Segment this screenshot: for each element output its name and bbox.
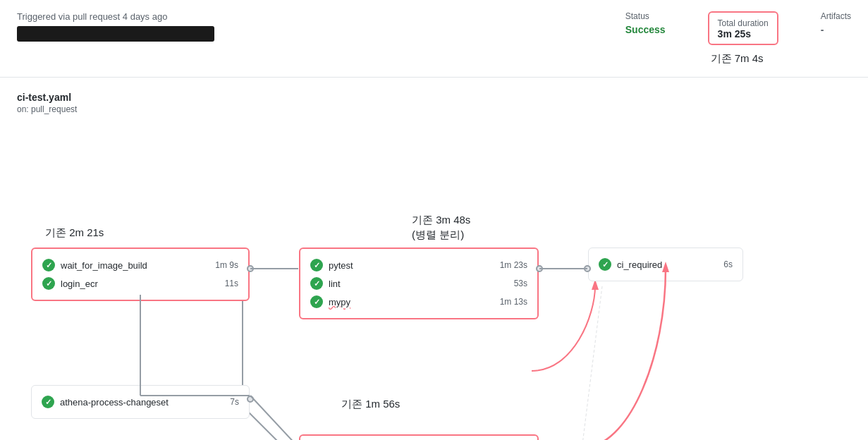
status-label: Status	[625, 11, 666, 21]
job-row-mypy: mypy 1m 13s	[310, 293, 527, 311]
job-duration-login: 11s	[225, 279, 238, 288]
job-box-3: validate-athena-query 48s	[299, 434, 539, 440]
trigger-bar	[17, 26, 214, 42]
job-row-wait-for-image-build: wait_for_image_build 1m 9s	[42, 256, 238, 274]
duration-label: Total duration	[718, 18, 769, 28]
check-icon-athena	[42, 396, 54, 408]
job-duration-ci-required: 6s	[723, 259, 733, 269]
trigger-text: Triggered via pull request 4 days ago	[17, 11, 597, 22]
job-duration-mypy: 1m 13s	[500, 297, 527, 307]
workflow-section: ci-test.yaml on: pull_request 기존 2m 21s	[0, 78, 868, 440]
connector-dot-4	[247, 396, 254, 403]
check-icon-mypy	[310, 295, 323, 308]
job-duration-wait: 1m 9s	[215, 260, 238, 270]
dag-container: 기존 2m 21s wait_for_image_build 1m 9s log…	[17, 131, 851, 440]
duration-annotation: 기존 7m 4s	[711, 52, 778, 66]
annotation-box1: 기존 2m 21s	[45, 226, 104, 240]
job-name-lint: lint	[329, 279, 341, 289]
job-row-lint: lint 53s	[310, 274, 527, 293]
svg-line-13	[250, 396, 298, 440]
job-duration-pytest: 1m 23s	[500, 260, 527, 270]
check-icon-login	[42, 277, 55, 290]
job-name-ci-required: ci_required	[617, 259, 662, 270]
trigger-info: Triggered via pull request 4 days ago	[17, 11, 597, 42]
svg-line-2	[243, 406, 292, 440]
job-row-athena-changeset: athena-process-changeset 7s	[42, 393, 239, 411]
status-meta: Status Success	[625, 11, 666, 35]
job-name-wait: wait_for_image_build	[61, 260, 147, 271]
workflow-trigger: on: pull_request	[17, 104, 851, 114]
annotation-box2-line1: 기존 3m 48s (병렬 분리)	[412, 212, 470, 242]
connector-dot-5	[584, 265, 591, 272]
check-icon-pytest	[310, 259, 323, 271]
connector-dot-1	[247, 265, 254, 272]
workflow-filename: ci-test.yaml	[17, 92, 851, 103]
job-box-1: wait_for_image_build 1m 9s login_ecr 11s	[31, 248, 250, 301]
job-box-2: pytest 1m 23s lint 53s mypy 1m 13s	[299, 248, 539, 319]
artifacts-meta: Artifacts -	[821, 11, 851, 35]
status-value: Success	[625, 24, 666, 35]
duration-meta: Total duration 3m 25s 기존 7m 4s	[708, 11, 778, 66]
job-row-login-ecr: login_ecr 11s	[42, 274, 238, 293]
job-duration-lint: 53s	[514, 279, 527, 288]
annotation-box3: 기존 1m 56s	[341, 398, 400, 411]
artifacts-label: Artifacts	[821, 11, 851, 21]
job-duration-athena: 7s	[230, 397, 239, 407]
check-icon-ci-required	[599, 258, 611, 271]
job-name-mypy: mypy	[329, 297, 350, 307]
check-icon-wait	[42, 259, 55, 271]
annotation-box2: 기존 3m 48s (병렬 분리)	[412, 212, 470, 242]
artifacts-value: -	[821, 24, 851, 35]
job-row-pytest: pytest 1m 23s	[310, 256, 527, 274]
job-box-4: athena-process-changeset 7s	[31, 385, 250, 419]
job-name-athena: athena-process-changeset	[60, 397, 169, 408]
workflow-header: Triggered via pull request 4 days ago St…	[0, 0, 868, 78]
job-name-pytest: pytest	[329, 260, 353, 271]
connector-dot-2	[536, 265, 543, 272]
header-meta: Status Success Total duration 3m 25s 기존 …	[625, 11, 851, 66]
job-box-5: ci_required 6s	[588, 248, 743, 281]
job-name-login: login_ecr	[61, 279, 98, 289]
check-icon-lint	[310, 277, 323, 290]
duration-value: 3m 25s	[718, 28, 751, 39]
job-row-ci-required: ci_required 6s	[599, 255, 733, 274]
svg-line-7	[581, 286, 602, 440]
total-duration-box: Total duration 3m 25s	[708, 11, 778, 45]
